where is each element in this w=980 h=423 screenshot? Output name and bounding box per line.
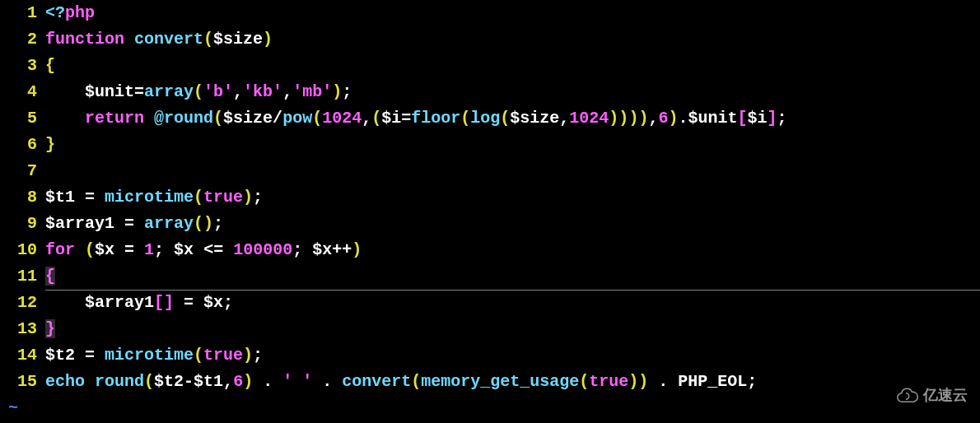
code-editor[interactable]: 1<?php2function convert($size)3{4 $unit=… xyxy=(0,0,980,423)
code-line[interactable]: 3{ xyxy=(0,53,980,79)
code-line[interactable]: 12 $array1[] = $x; xyxy=(0,290,980,316)
code-content[interactable]: for ($x = 1; $x <= 100000; $x++) xyxy=(45,237,362,263)
token: ) xyxy=(638,372,648,391)
token: = xyxy=(114,240,144,259)
token: 1024 xyxy=(569,109,609,128)
token: convert xyxy=(342,372,411,391)
token: = xyxy=(174,293,203,312)
token: $array1 xyxy=(45,214,114,233)
code-line[interactable]: 7 xyxy=(0,158,980,184)
code-content[interactable]: $array1 = array(); xyxy=(45,211,223,237)
code-line[interactable]: 10for ($x = 1; $x <= 100000; $x++) xyxy=(0,237,980,263)
token: , xyxy=(648,109,658,128)
token: ) xyxy=(243,372,253,391)
token: . xyxy=(678,109,688,128)
token xyxy=(75,240,85,259)
code-line[interactable]: 4 $unit=array('b','kb','mb'); xyxy=(0,79,980,105)
line-number: 5 xyxy=(0,105,45,132)
token: ; xyxy=(777,109,787,128)
code-line[interactable]: 11{ xyxy=(0,263,980,290)
code-line[interactable]: 13} xyxy=(0,316,980,342)
line-number: 15 xyxy=(0,369,45,395)
token: { xyxy=(45,56,55,75)
token: $x xyxy=(174,240,194,259)
token: ; xyxy=(253,346,263,365)
token: 6 xyxy=(233,372,243,391)
token: } xyxy=(45,319,55,338)
token: array xyxy=(144,214,194,233)
token: ; xyxy=(747,372,757,391)
token xyxy=(45,82,85,101)
token: 'b' xyxy=(203,82,233,101)
code-content[interactable]: $unit=array('b','kb','mb'); xyxy=(45,79,352,105)
token: ) xyxy=(332,82,342,101)
token: <? xyxy=(45,3,65,22)
token: pow xyxy=(282,109,312,128)
token: ] xyxy=(164,293,174,312)
code-line[interactable]: 2function convert($size) xyxy=(0,26,980,53)
token: ( xyxy=(500,109,510,128)
token: = xyxy=(75,188,105,207)
token: memory_get_usage xyxy=(421,372,579,391)
token xyxy=(124,30,134,49)
watermark: 亿速云 xyxy=(894,382,968,408)
token: $array1 xyxy=(85,293,154,312)
token: ( xyxy=(194,214,203,233)
code-line[interactable]: 5 return @round($size/pow(1024,($i=floor… xyxy=(0,105,980,132)
token: 'mb' xyxy=(292,82,332,101)
token: = xyxy=(75,346,105,365)
code-line[interactable]: 9$array1 = array(); xyxy=(0,211,980,237)
token: $t2 xyxy=(45,346,75,365)
token: , xyxy=(559,109,569,128)
token: @ xyxy=(154,109,164,128)
code-content[interactable]: $t1 = microtime(true); xyxy=(45,184,263,211)
cloud-icon xyxy=(894,387,918,403)
code-line[interactable]: 8$t1 = microtime(true); xyxy=(0,184,980,211)
token: ( xyxy=(194,346,203,365)
token: ( xyxy=(460,109,470,128)
tilde-marker: ~ xyxy=(0,395,18,421)
code-line[interactable]: 14$t2 = microtime(true); xyxy=(0,342,980,369)
token: ) xyxy=(628,372,638,391)
token: $t1 xyxy=(194,372,223,391)
code-content[interactable]: $array1[] = $x; xyxy=(45,290,233,316)
token: $x xyxy=(312,240,332,259)
code-content[interactable]: { xyxy=(45,53,55,79)
code-line[interactable]: 1<?php xyxy=(0,0,980,26)
code-content[interactable]: return @round($size/pow(1024,($i=floor(l… xyxy=(45,105,787,132)
code-line[interactable]: 6} xyxy=(0,132,980,158)
token: , xyxy=(282,82,292,101)
code-line[interactable]: 15echo round($t2-$t1,6) . ' ' . convert(… xyxy=(0,369,980,395)
code-content[interactable]: } xyxy=(45,132,55,158)
token: ' ' xyxy=(282,372,312,391)
token: ; xyxy=(154,240,174,259)
line-number: 10 xyxy=(0,237,45,263)
token: ( xyxy=(194,188,203,207)
token: ( xyxy=(213,109,223,128)
token: ( xyxy=(411,372,421,391)
code-content[interactable]: $t2 = microtime(true); xyxy=(45,342,263,369)
token: ( xyxy=(194,82,203,101)
token: microtime xyxy=(105,346,194,365)
code-content[interactable]: { xyxy=(45,263,55,290)
token: { xyxy=(45,267,55,286)
line-number: 9 xyxy=(0,211,45,237)
code-content[interactable]: <?php xyxy=(45,0,95,26)
line-number: 2 xyxy=(0,26,45,53)
token: $unit xyxy=(688,109,737,128)
token: ; xyxy=(342,82,352,101)
code-content[interactable]: function convert($size) xyxy=(45,26,273,53)
token: 'kb' xyxy=(243,82,282,101)
line-number: 12 xyxy=(0,290,45,316)
token: for xyxy=(45,240,75,259)
token: $t1 xyxy=(45,188,75,207)
token: 100000 xyxy=(233,240,292,259)
token: round xyxy=(164,109,213,128)
token: round xyxy=(95,372,144,391)
token: $i xyxy=(748,109,768,128)
line-number: 3 xyxy=(0,53,45,79)
token: true xyxy=(203,346,243,365)
code-content[interactable]: echo round($t2-$t1,6) . ' ' . convert(me… xyxy=(45,369,757,395)
token xyxy=(85,372,95,391)
code-content[interactable]: } xyxy=(45,316,55,342)
